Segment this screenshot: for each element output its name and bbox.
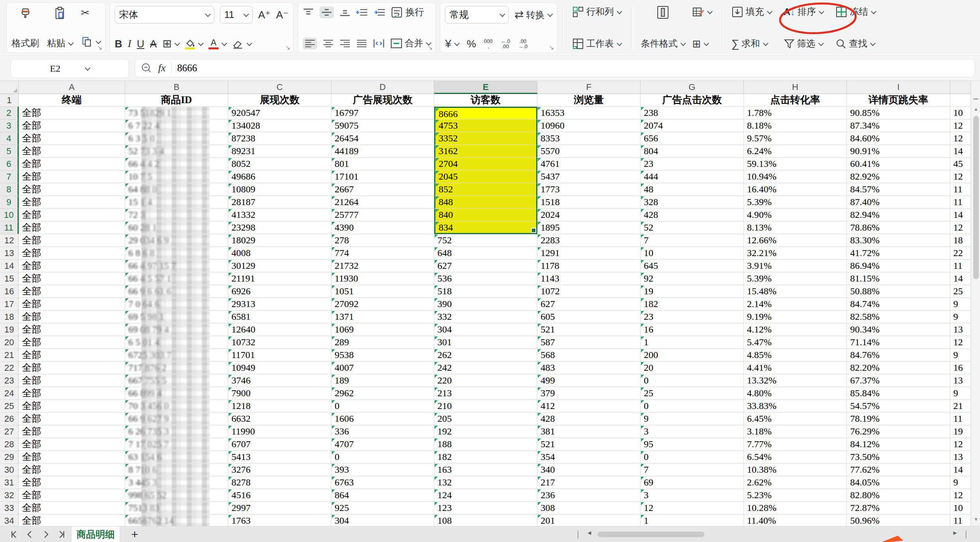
- cell-A7[interactable]: 全部: [19, 170, 125, 183]
- increase-decimal-button[interactable]: .00→.0: [518, 39, 527, 49]
- cell-H17[interactable]: 2.14%: [744, 298, 847, 311]
- cell-G2[interactable]: 238: [641, 107, 744, 119]
- cell-F3[interactable]: 10960: [537, 119, 641, 132]
- cell-B5[interactable]: 52 73 3 4: [125, 145, 228, 158]
- column-header-B[interactable]: B: [125, 81, 228, 94]
- cell-G33[interactable]: 12: [641, 502, 744, 515]
- italic-button[interactable]: I: [128, 39, 131, 49]
- cell-C27[interactable]: 11990: [228, 425, 331, 438]
- vertical-scroll-thumb[interactable]: [973, 116, 979, 279]
- cell-A30[interactable]: 全部: [19, 464, 125, 476]
- cell-C20[interactable]: 10732: [228, 336, 331, 349]
- cell-G34[interactable]: 1: [641, 515, 744, 526]
- cell-I3[interactable]: 87.34%: [847, 119, 950, 132]
- cell-E31[interactable]: 132: [434, 476, 537, 489]
- row-header-11[interactable]: 11: [0, 221, 19, 234]
- cell-F10[interactable]: 2024: [537, 209, 641, 221]
- cell-F4[interactable]: 8353: [537, 132, 641, 145]
- cell-G6[interactable]: 23: [641, 158, 744, 170]
- row-header-19[interactable]: 19: [0, 323, 19, 336]
- row-header-25[interactable]: 25: [0, 400, 19, 413]
- cell-E11[interactable]: 834: [434, 221, 537, 234]
- row-header-28[interactable]: 28: [0, 438, 19, 451]
- cell-F6[interactable]: 4761: [537, 158, 641, 170]
- cell-B6[interactable]: 66 4 4 2: [125, 158, 228, 170]
- cell-B2[interactable]: 73 51829 1: [125, 107, 228, 119]
- scroll-right-icon[interactable]: ►: [952, 529, 958, 536]
- cell-H10[interactable]: 4.90%: [744, 209, 847, 221]
- cell-E4[interactable]: 3352: [434, 132, 537, 145]
- cell-I33[interactable]: 72.87%: [847, 502, 950, 515]
- cell-H26[interactable]: 6.45%: [744, 413, 847, 425]
- cell-I21[interactable]: 84.76%: [847, 349, 950, 362]
- text-spacing-button[interactable]: [373, 39, 385, 48]
- header-cell-F[interactable]: 浏览量: [537, 94, 641, 107]
- next-sheet-icon[interactable]: [41, 530, 50, 539]
- cell-J28[interactable]: 12: [950, 438, 971, 451]
- cell-J21[interactable]: 9: [950, 349, 971, 362]
- cell-D23[interactable]: 189: [331, 374, 434, 387]
- cell-C34[interactable]: 1763: [228, 515, 331, 526]
- cell-C15[interactable]: 21191: [228, 272, 331, 285]
- cell-B14[interactable]: 66 4 97 15 7: [125, 260, 228, 272]
- cell-F25[interactable]: 412: [537, 400, 641, 413]
- vertical-scrollbar[interactable]: ▲ ▼: [971, 81, 980, 526]
- cell-H20[interactable]: 5.47%: [744, 336, 847, 349]
- header-cell-H[interactable]: 点击转化率: [744, 94, 847, 107]
- cell-F31[interactable]: 217: [537, 476, 641, 489]
- cell-D21[interactable]: 9538: [331, 349, 434, 362]
- cell-C33[interactable]: 2997: [228, 502, 331, 515]
- cell-E10[interactable]: 840: [434, 209, 537, 221]
- thousands-separator-button[interactable]: 000,: [484, 39, 493, 49]
- cell-B26[interactable]: 66 9 627 9: [125, 413, 228, 425]
- cell-H21[interactable]: 4.85%: [744, 349, 847, 362]
- cell-F18[interactable]: 605: [537, 311, 641, 323]
- cell-C18[interactable]: 6581: [228, 311, 331, 323]
- cell-D20[interactable]: 289: [331, 336, 434, 349]
- horizontal-scroll-thumb[interactable]: [598, 532, 704, 537]
- cell-J4[interactable]: 12: [950, 132, 971, 145]
- cell-J15[interactable]: 14: [950, 272, 971, 285]
- cell-H4[interactable]: 9.57%: [744, 132, 847, 145]
- cell-F16[interactable]: 1072: [537, 285, 641, 298]
- cell-J23[interactable]: 13: [950, 374, 971, 387]
- cell-F5[interactable]: 5570: [537, 145, 641, 158]
- cell-C11[interactable]: 23298: [228, 221, 331, 234]
- scroll-down-icon[interactable]: ▼: [972, 517, 980, 522]
- cell-I8[interactable]: 84.57%: [847, 183, 950, 196]
- cell-J17[interactable]: 9: [950, 298, 971, 311]
- cell-C26[interactable]: 6632: [228, 413, 331, 425]
- cell-G14[interactable]: 645: [641, 260, 744, 272]
- cell-B28[interactable]: 7 17 025 7: [125, 438, 228, 451]
- row-header-26[interactable]: 26: [0, 413, 19, 425]
- cell-B16[interactable]: 66 9 6 61 6: [125, 285, 228, 298]
- cell-C22[interactable]: 10949: [228, 362, 331, 374]
- row-header-30[interactable]: 30: [0, 464, 19, 476]
- row-header-18[interactable]: 18: [0, 311, 19, 323]
- cell-B23[interactable]: 667 755 5: [125, 374, 228, 387]
- cell-F28[interactable]: 521: [537, 438, 641, 451]
- number-format-select[interactable]: 常规: [445, 6, 509, 23]
- cell-D27[interactable]: 336: [331, 425, 434, 438]
- formula-bar[interactable]: fx 8666: [135, 59, 975, 77]
- cell-E22[interactable]: 242: [434, 362, 537, 374]
- cell-D29[interactable]: 0: [331, 451, 434, 464]
- cell-H33[interactable]: 10.28%: [744, 502, 847, 515]
- cell-B21[interactable]: 6725 303 7: [125, 349, 228, 362]
- row-header-27[interactable]: 27: [0, 425, 19, 438]
- cell-G23[interactable]: 0: [641, 374, 744, 387]
- wrap-text-button[interactable]: 换行: [391, 6, 424, 18]
- cell-G29[interactable]: 0: [641, 451, 744, 464]
- currency-format-button[interactable]: ¥: [445, 38, 459, 49]
- cell-B33[interactable]: 7513 83: [125, 502, 228, 515]
- worksheet-button[interactable]: 工作表: [572, 37, 621, 50]
- filter-button[interactable]: 筛选: [784, 37, 823, 50]
- cell-F27[interactable]: 381: [537, 425, 641, 438]
- cell-A10[interactable]: 全部: [19, 209, 125, 221]
- paste-button[interactable]: 粘贴: [47, 6, 73, 49]
- cell-A9[interactable]: 全部: [19, 196, 125, 209]
- cell-G21[interactable]: 200: [641, 349, 744, 362]
- cell-J10[interactable]: 14: [950, 209, 971, 221]
- last-sheet-icon[interactable]: [57, 530, 66, 539]
- cell-G11[interactable]: 52: [641, 221, 744, 234]
